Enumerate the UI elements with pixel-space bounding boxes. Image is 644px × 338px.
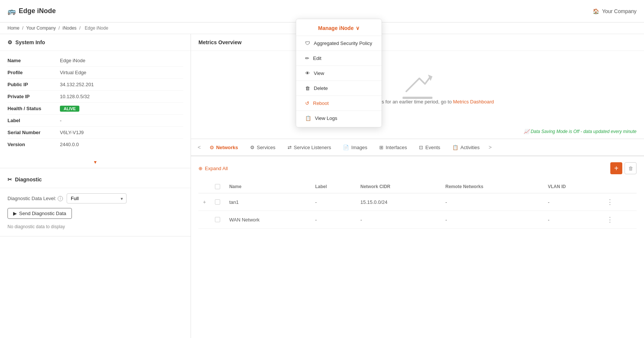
logs-icon: 📋 — [305, 115, 311, 121]
divider-3 — [296, 66, 382, 66]
dropdown-reboot[interactable]: ↺ Reboot — [296, 97, 382, 110]
diag-level-select[interactable]: Full Basic None — [67, 193, 127, 203]
row-more-icon[interactable]: ⋮ — [607, 216, 613, 223]
header-left: 🚌 Edge iNode — [7, 7, 56, 15]
activities-tab-icon: 📋 — [452, 145, 458, 150]
expand-toggle[interactable]: ▼ — [0, 156, 191, 168]
th-checkbox — [210, 180, 225, 193]
row-checkbox-col — [210, 193, 225, 211]
th-cidr: Network CIDR — [356, 180, 441, 193]
th-label: Label — [311, 180, 356, 193]
shield-icon: 🛡 — [305, 40, 310, 46]
metrics-header: Metrics Overview — [191, 34, 644, 51]
info-publicip-row: Public IP 34.132.252.201 — [7, 79, 183, 91]
dropdown-edit[interactable]: ✏ Edit — [296, 52, 382, 65]
expand-all-button[interactable]: ⊕ Expand All — [198, 166, 228, 171]
row-remote: - — [441, 193, 544, 211]
interfaces-tab-icon: ⊞ — [379, 145, 383, 150]
edit-icon: ✏ — [305, 55, 309, 61]
networks-tab-icon: ⊙ — [210, 145, 214, 150]
diag-level-row: Diagnostic Data Level: i Full Basic None — [7, 193, 183, 203]
manage-dropdown-header[interactable]: Manage iNode ∨ — [296, 21, 382, 35]
tab-activities[interactable]: 📋 Activities — [446, 139, 486, 156]
truck-icon: 🚌 — [7, 7, 16, 15]
system-info-section: ⚙ System Info Name Edge iNode Profile Vi… — [0, 34, 191, 168]
chevron-down-icon: ∨ — [356, 25, 359, 31]
tabs-section: < ⊙ Networks ⚙ Services ⇄ Service Listen… — [191, 139, 644, 338]
row-more-col: ⋮ — [602, 193, 637, 211]
home-icon: 🏠 — [593, 8, 599, 14]
metrics-body: No metrics metrics for an earlier time p… — [191, 51, 644, 126]
info-label-row: Label - — [7, 115, 183, 127]
tab-prev-button[interactable]: < — [195, 139, 204, 156]
dropdown-view[interactable]: 👁 View — [296, 67, 382, 80]
row-name: WAN Network — [225, 211, 310, 229]
breadcrumb-inodes[interactable]: iNodes — [63, 25, 76, 31]
th-expand — [198, 180, 210, 193]
select-all-checkbox[interactable] — [215, 184, 220, 189]
chart-icon: 📈 — [524, 129, 529, 134]
manage-dropdown: Manage iNode ∨ 🛡 Aggregated Security Pol… — [296, 19, 382, 127]
row-vlan: - — [543, 211, 602, 229]
th-name: Name — [225, 180, 310, 193]
tab-service-listeners[interactable]: ⇄ Service Listeners — [282, 139, 337, 156]
network-row-wan: WAN Network - - - - ⋮ — [198, 211, 637, 229]
metrics-arrow-chart — [402, 73, 432, 95]
tab-interfaces[interactable]: ⊞ Interfaces — [373, 139, 413, 156]
wrench-icon: ✂ — [7, 176, 12, 182]
diag-label: Diagnostic Data Level: i — [7, 196, 63, 201]
toolbar-right: + 🗑 — [610, 162, 637, 174]
expand-all-icon: ⊕ — [198, 166, 203, 171]
networks-table: Name Label Network CIDR Remote Networks … — [198, 180, 637, 229]
diagnostic-body: Diagnostic Data Level: i Full Basic None… — [0, 188, 191, 236]
tab-services[interactable]: ⚙ Services — [244, 139, 282, 156]
info-name-row: Name Edge iNode — [7, 55, 183, 67]
row-checkbox[interactable] — [215, 199, 220, 205]
company-info[interactable]: 🏠 Your Company — [593, 8, 637, 14]
status-badge: ALIVE — [60, 106, 79, 112]
divider-4 — [296, 81, 382, 81]
breadcrumb-company[interactable]: Your Company — [26, 25, 56, 31]
row-checkbox[interactable] — [215, 217, 220, 222]
row-name: tan1 — [225, 193, 310, 211]
dropdown-delete[interactable]: 🗑 Delete — [296, 82, 382, 95]
info-version-row: Version 2440.0.0 — [7, 139, 183, 150]
send-btn-row: ▶ Send Diagnostic Data — [7, 208, 183, 219]
tab-networks[interactable]: ⊙ Networks — [204, 139, 244, 156]
metrics-dashboard-link[interactable]: Metrics Dashboard — [453, 99, 494, 105]
row-cidr: - — [356, 211, 441, 229]
trash-icon: 🗑 — [305, 85, 310, 91]
row-remote: - — [441, 211, 544, 229]
delete-network-button[interactable]: 🗑 — [625, 162, 637, 174]
add-network-button[interactable]: + — [610, 162, 622, 174]
dropdown-security[interactable]: 🛡 Aggregated Security Policy — [296, 37, 382, 50]
dropdown-logs[interactable]: 📋 View Logs — [296, 112, 382, 125]
row-expand-col — [198, 211, 210, 229]
row-more-icon[interactable]: ⋮ — [607, 198, 613, 206]
events-tab-icon: ⊡ — [419, 145, 423, 150]
diag-select-wrapper[interactable]: Full Basic None — [67, 193, 127, 203]
divider-5 — [296, 96, 382, 96]
tab-images[interactable]: 📄 Images — [337, 139, 373, 156]
row-expand-col: + — [198, 193, 210, 211]
metrics-section: Metrics Overview No metrics metrics for … — [191, 34, 644, 139]
reboot-icon: ↺ — [305, 100, 309, 106]
info-serial-row: Serial Number V6LY-V1J9 — [7, 127, 183, 139]
right-panel: Metrics Overview No metrics metrics for … — [191, 34, 644, 338]
info-privateip-row: Private IP 10.128.0.5/32 — [7, 91, 183, 103]
tab-next-button[interactable]: > — [486, 139, 495, 156]
row-checkbox-col — [210, 211, 225, 229]
breadcrumb-current: Edge iNode — [85, 25, 108, 31]
info-icon[interactable]: i — [58, 196, 63, 201]
row-label: - — [311, 211, 356, 229]
send-diagnostic-button[interactable]: ▶ Send Diagnostic Data — [7, 208, 72, 219]
breadcrumb-home[interactable]: Home — [7, 25, 19, 31]
row-expand-icon[interactable]: + — [203, 199, 206, 205]
tab-events[interactable]: ⊡ Events — [413, 139, 446, 156]
play-icon: ▶ — [13, 211, 17, 216]
metrics-placeholder — [198, 73, 637, 99]
manage-title: Manage iNode — [318, 25, 354, 31]
network-row-tan1: + tan1 - 15.15.0.0/24 - - ⋮ — [198, 193, 637, 211]
th-vlan: VLAN ID — [543, 180, 602, 193]
company-name: Your Company — [602, 8, 637, 14]
